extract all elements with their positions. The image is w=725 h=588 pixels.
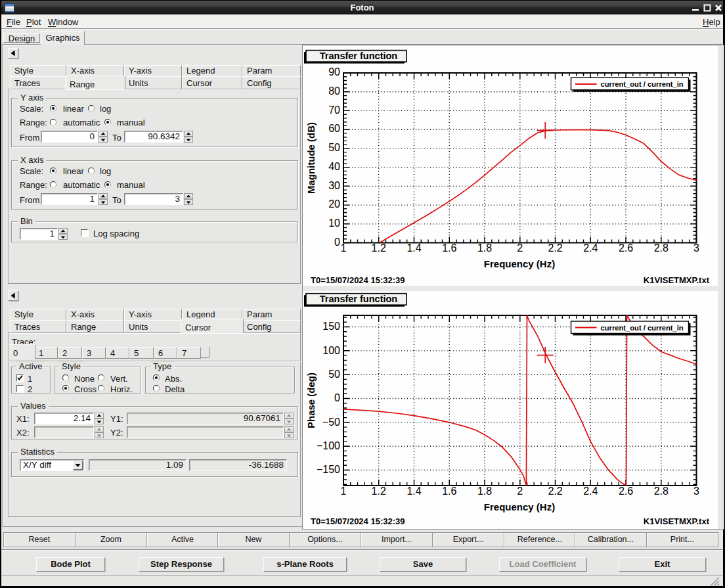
svg-text:1.6: 1.6 [442,242,456,254]
svg-text:80: 80 [328,85,340,97]
svg-text:30: 30 [328,180,340,191]
svg-text:3: 3 [693,486,699,497]
svg-text:2: 2 [517,486,523,497]
svg-text:K1VISETMXP.txt: K1VISETMXP.txt [644,275,710,285]
svg-text:Transfer function: Transfer function [320,51,397,61]
svg-text:1.4: 1.4 [406,486,421,497]
svg-text:40: 40 [328,161,340,172]
svg-text:1.6: 1.6 [442,486,456,497]
svg-text:2.4: 2.4 [583,242,598,254]
svg-text:70: 70 [328,104,340,116]
svg-text:Transfer function: Transfer function [320,294,397,304]
svg-text:60: 60 [328,123,340,134]
svg-text:2.8: 2.8 [654,242,669,254]
svg-text:1.2: 1.2 [372,242,386,254]
svg-text:2.6: 2.6 [619,242,633,254]
svg-text:Frequency (Hz): Frequency (Hz) [484,501,555,512]
svg-text:20: 20 [328,198,340,210]
svg-text:K1VISETMXP.txt: K1VISETMXP.txt [644,516,710,526]
svg-text:0: 0 [334,237,340,248]
svg-text:Magnitude (dB): Magnitude (dB) [305,122,317,194]
svg-text:−150: −150 [317,464,340,475]
svg-text:0: 0 [334,392,340,403]
svg-text:1: 1 [341,242,347,254]
svg-text:T0=15/07/2024 15:32:39: T0=15/07/2024 15:32:39 [311,275,405,285]
svg-text:current_out / current_in: current_out / current_in [601,324,684,332]
svg-text:Phase (deg): Phase (deg) [305,373,317,428]
svg-text:1.8: 1.8 [477,242,492,254]
svg-text:150: 150 [322,321,340,332]
svg-text:1.8: 1.8 [477,486,492,497]
svg-text:90: 90 [328,66,340,78]
svg-text:2.2: 2.2 [548,242,562,254]
svg-text:current_out / current_in: current_out / current_in [601,80,684,88]
svg-text:50: 50 [328,142,340,153]
svg-text:T0=15/07/2024 15:32:39: T0=15/07/2024 15:32:39 [311,516,405,526]
svg-text:1: 1 [341,486,347,497]
svg-text:2.4: 2.4 [583,486,598,497]
svg-text:2: 2 [517,242,523,254]
svg-text:1.4: 1.4 [406,242,421,254]
svg-text:−100: −100 [317,440,340,451]
svg-text:2.8: 2.8 [654,486,669,497]
svg-text:10: 10 [328,217,340,229]
svg-text:−50: −50 [322,417,340,428]
svg-text:50: 50 [328,369,340,380]
svg-text:Frequency (Hz): Frequency (Hz) [484,258,555,269]
svg-text:2.6: 2.6 [619,486,633,497]
svg-text:3: 3 [693,242,699,254]
svg-text:1.2: 1.2 [372,486,386,497]
svg-text:2.2: 2.2 [548,486,562,497]
svg-text:100: 100 [322,345,340,356]
